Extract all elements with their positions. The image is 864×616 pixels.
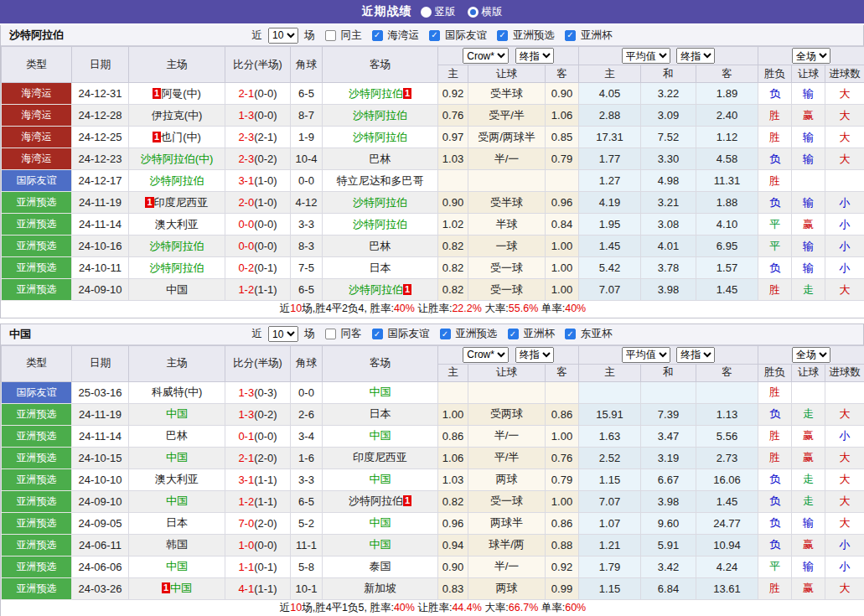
odds-away-cell: 0.96 — [546, 192, 579, 214]
result-wdl-cell: 平 — [758, 214, 792, 236]
date-cell: 24-10-16 — [72, 236, 129, 257]
odds-home-cell: 1.03 — [438, 468, 468, 490]
same-home-label: 同主 — [341, 28, 362, 43]
team-name: 中国 — [370, 538, 391, 551]
date-cell: 24-09-10 — [72, 490, 129, 512]
final-avg-select[interactable]: 终指 — [676, 48, 715, 64]
score-cell: 1-3(0-2) — [225, 403, 291, 425]
col-avg-draw: 和 — [641, 65, 696, 83]
league-cell: 海湾运 — [2, 148, 72, 170]
full-match-select[interactable]: 全场 — [792, 347, 830, 363]
average-odds-header: 平均值 终指 — [579, 345, 758, 364]
away-team-cell: 中国 — [323, 534, 438, 556]
average-select[interactable]: 平均值 — [622, 347, 670, 363]
league-checkbox-3[interactable] — [565, 329, 576, 339]
avg-away-cell: 6.95 — [696, 236, 758, 257]
league-checkbox-2[interactable] — [497, 30, 508, 41]
result-goals-cell: 大 — [825, 83, 864, 105]
final-odds-select[interactable]: 终指 — [515, 48, 554, 64]
avg-home-cell: 1.15 — [579, 468, 641, 490]
avg-away-cell: 24.77 — [696, 512, 758, 534]
vertical-radio-icon[interactable] — [421, 7, 432, 18]
league-checkbox-1[interactable] — [429, 30, 440, 41]
odds-home-cell: 0.76 — [438, 105, 468, 127]
full-match-select[interactable]: 全场 — [792, 48, 830, 64]
avg-draw-cell — [641, 381, 696, 403]
average-select[interactable]: 平均值 — [622, 48, 670, 64]
final-avg-select[interactable]: 终指 — [676, 347, 715, 363]
col-avg-draw: 和 — [641, 364, 696, 381]
team-name: 印度尼西亚 — [353, 451, 407, 463]
away-team-cell: 沙特阿拉伯 — [323, 214, 438, 236]
match-row: 亚洲预选24-09-10中国1-2(1-1)6-5沙特阿拉伯10.82受一球1.… — [2, 490, 864, 512]
league-label-0: 国际友谊 — [388, 327, 430, 341]
odds-home-cell: 0.96 — [438, 512, 468, 534]
odds-home-cell: 0.97 — [438, 127, 468, 148]
red-card-badge: 1 — [403, 495, 411, 506]
same-home-checkbox[interactable] — [325, 30, 336, 41]
avg-home-cell: 1.95 — [579, 214, 641, 236]
date-cell: 24-11-14 — [72, 214, 129, 236]
bookmaker-select[interactable]: Crow* — [463, 48, 509, 64]
result-goals-cell: 大 — [825, 148, 864, 170]
bookmaker-select[interactable]: Crow* — [463, 347, 509, 363]
date-cell: 24-12-17 — [72, 170, 129, 192]
team-name: 沙特阿拉伯 — [349, 494, 403, 507]
match-row: 亚洲预选24-10-11沙特阿拉伯0-2(0-1)7-5日本0.82受一球1.0… — [2, 257, 864, 279]
odds-home-cell: 0.90 — [438, 192, 468, 214]
team-name: 中国 — [166, 451, 188, 463]
red-card-badge: 1 — [162, 582, 170, 593]
handicap-cell: 半球 — [468, 214, 546, 236]
league-checkbox-2[interactable] — [508, 329, 519, 339]
odds-away-cell: 0.76 — [546, 447, 579, 468]
avg-draw-cell: 3.21 — [641, 192, 696, 214]
odds-away-cell — [546, 381, 579, 403]
layout-vertical-option[interactable]: 竖版 — [421, 5, 456, 19]
team-name: 沙特阿拉伯 — [353, 131, 407, 143]
layout-horizontal-option[interactable]: 横版 — [468, 5, 503, 19]
avg-draw-cell: 3.98 — [641, 279, 696, 301]
team-name: 特立尼达和多巴哥 — [337, 174, 424, 187]
score-cell: 0-2(0-1) — [225, 257, 291, 279]
final-odds-select[interactable]: 终指 — [515, 347, 554, 363]
score-cell: 1-1(0-1) — [225, 556, 291, 577]
col-avg-home: 主 — [579, 65, 641, 83]
corner-cell: 6-5 — [291, 83, 323, 105]
league-cell: 海湾运 — [2, 83, 72, 105]
avg-home-cell: 4.19 — [579, 192, 641, 214]
result-goals-cell: 小 — [825, 236, 864, 257]
odds-away-cell: 1.00 — [546, 425, 579, 447]
avg-draw-cell: 3.08 — [641, 214, 696, 236]
odds-away-cell: 1.00 — [546, 257, 579, 279]
team-name: 中国 — [370, 473, 391, 485]
red-card-badge: 1 — [403, 88, 411, 99]
league-checkbox-0[interactable] — [372, 30, 383, 41]
result-wdl-cell: 负 — [758, 148, 792, 170]
match-count-select[interactable]: 10 — [268, 326, 298, 342]
match-row: 海湾运24-12-311阿曼(中)2-1(0-0)6-5沙特阿拉伯10.92受半… — [2, 83, 864, 105]
avg-home-cell: 1.79 — [579, 556, 641, 577]
avg-draw-cell: 3.78 — [641, 257, 696, 279]
result-handicap-cell — [792, 381, 825, 403]
same-away-checkbox[interactable] — [325, 329, 336, 339]
topbar: 近期战绩 竖版 横版 — [0, 0, 864, 25]
home-team-cell: 巴林 — [129, 425, 225, 447]
avg-away-cell: 1.45 — [696, 279, 758, 301]
league-cell: 国际友谊 — [2, 381, 72, 403]
league-checkbox-3[interactable] — [565, 30, 576, 41]
col-date: 日期 — [72, 47, 129, 83]
avg-home-cell — [579, 381, 641, 403]
league-checkbox-1[interactable] — [440, 329, 451, 339]
match-count-select[interactable]: 10 — [268, 28, 298, 44]
away-team-cell: 中国 — [323, 512, 438, 534]
team-name: 中国 — [166, 560, 188, 572]
result-wdl-cell: 负 — [758, 257, 792, 279]
home-team-cell: 澳大利亚 — [129, 214, 225, 236]
avg-home-cell: 7.07 — [579, 279, 641, 301]
result-handicap-cell: 输 — [792, 192, 825, 214]
league-checkbox-0[interactable] — [372, 329, 383, 339]
away-team-cell: 新加坡 — [323, 577, 438, 599]
match-row: 亚洲预选24-06-11韩国1-0(0-0)11-1中国0.94球半/两0.88… — [2, 534, 864, 556]
handicap-cell: 两球半 — [468, 512, 546, 534]
horizontal-radio-icon[interactable] — [468, 7, 479, 18]
